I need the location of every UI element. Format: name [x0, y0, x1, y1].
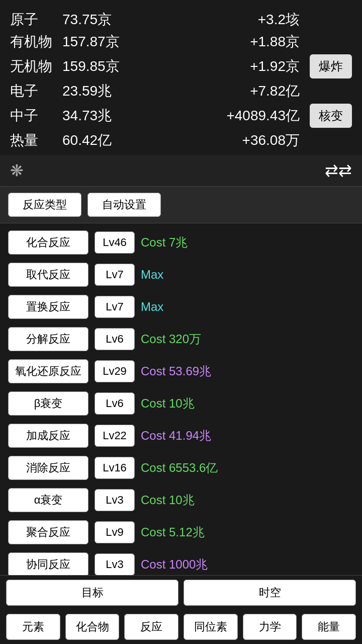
reaction-row: 置换反应Lv7Max — [8, 292, 354, 322]
bottom-nav: 目标 时空 元素 化合物 反应 同位素 力学 能量 — [0, 575, 362, 644]
reaction-name-button[interactable]: 化合反应 — [8, 230, 88, 255]
reaction-row: α衰变Lv3Cost 10兆 — [8, 485, 354, 515]
nuclear-button[interactable]: 核变 — [310, 104, 352, 128]
reaction-cost: Cost 10兆 — [141, 492, 195, 508]
tab-row: 反应类型 自动设置 — [0, 187, 362, 223]
reaction-name-button[interactable]: 分解反应 — [8, 327, 88, 351]
reaction-cost: Cost 41.94兆 — [141, 428, 211, 444]
reaction-name-button[interactable]: 协同反应 — [8, 552, 88, 577]
stats-delta-atom: +3.2垓 — [130, 10, 300, 29]
reaction-level-button[interactable]: Lv6 — [95, 328, 135, 350]
stats-grid: 原子 73.75京 +3.2垓 有机物 157.87京 +1.88京 无机物 1… — [10, 10, 352, 150]
nav-compound[interactable]: 化合物 — [65, 614, 120, 640]
reaction-cost: Cost 7兆 — [141, 234, 188, 251]
nav-target[interactable]: 目标 — [6, 580, 178, 606]
stats-label-atom: 原子 — [10, 10, 52, 29]
reaction-row: 取代反应Lv7Max — [8, 260, 354, 290]
reaction-row: 化合反应Lv46Cost 7兆 — [8, 227, 354, 258]
stats-label-organic: 有机物 — [10, 32, 52, 51]
reaction-cost: Cost 10兆 — [141, 395, 195, 412]
tab-auto-settings[interactable]: 自动设置 — [87, 193, 161, 217]
nav-isotope[interactable]: 同位素 — [184, 614, 238, 640]
reaction-cost: Max — [141, 300, 163, 314]
nav-energy[interactable]: 能量 — [302, 614, 356, 640]
reaction-row: 消除反应Lv16Cost 6553.6亿 — [8, 453, 354, 483]
stats-label-heat: 热量 — [10, 131, 52, 150]
reaction-row: β衰变Lv6Cost 10兆 — [8, 388, 354, 419]
tab-reaction-type[interactable]: 反应类型 — [8, 193, 81, 217]
reaction-name-button[interactable]: β衰变 — [8, 391, 88, 416]
stats-label-inorganic: 无机物 — [10, 57, 52, 76]
reaction-level-button[interactable]: Lv3 — [95, 489, 135, 511]
reaction-cost: Cost 320万 — [141, 331, 201, 347]
reaction-level-button[interactable]: Lv22 — [95, 425, 135, 447]
reaction-cost: Cost 5.12兆 — [141, 524, 205, 540]
stats-label-neutron: 中子 — [10, 106, 52, 125]
reaction-level-button[interactable]: Lv3 — [95, 553, 135, 576]
stats-delta-organic: +1.88京 — [130, 32, 300, 51]
bottom-row-2: 元素 化合物 反应 同位素 力学 能量 — [0, 610, 362, 644]
explode-button[interactable]: 爆炸 — [310, 54, 352, 78]
reaction-level-button[interactable]: Lv29 — [95, 360, 135, 382]
toolbar: ❋ ⇄⇄ — [0, 155, 362, 187]
reaction-cost: Cost 1000兆 — [141, 556, 208, 573]
reaction-name-button[interactable]: 置换反应 — [8, 295, 88, 319]
stats-delta-inorganic: +1.92京 — [130, 57, 300, 76]
reaction-name-button[interactable]: α衰变 — [8, 488, 88, 512]
reaction-row: 氧化还原反应Lv29Cost 53.69兆 — [8, 356, 354, 386]
reaction-name-button[interactable]: 氧化还原反应 — [8, 359, 88, 383]
reaction-row: 聚合反应Lv9Cost 5.12兆 — [8, 517, 354, 547]
reaction-row: 加成反应Lv22Cost 41.94兆 — [8, 421, 354, 451]
reaction-cost: Cost 53.69兆 — [141, 363, 211, 379]
stats-value-atom: 73.75京 — [62, 10, 120, 29]
reaction-name-button[interactable]: 聚合反应 — [8, 520, 88, 544]
reaction-level-button[interactable]: Lv9 — [95, 521, 135, 543]
stats-value-neutron: 34.73兆 — [62, 106, 120, 125]
reaction-cost: Max — [141, 268, 163, 282]
nav-spacetime[interactable]: 时空 — [184, 580, 356, 606]
stats-delta-heat: +36.08万 — [130, 131, 300, 150]
stats-delta-electron: +7.82亿 — [130, 82, 300, 101]
shuffle-icon[interactable]: ⇄⇄ — [325, 161, 352, 180]
nav-mechanics[interactable]: 力学 — [243, 614, 297, 640]
stats-section: 原子 73.75京 +3.2垓 有机物 157.87京 +1.88京 无机物 1… — [0, 0, 362, 155]
stats-label-electron: 电子 — [10, 82, 52, 101]
reaction-cost: Cost 6553.6亿 — [141, 460, 218, 476]
flower-icon: ❋ — [10, 161, 24, 180]
reaction-name-button[interactable]: 消除反应 — [8, 456, 88, 480]
reaction-level-button[interactable]: Lv6 — [95, 392, 135, 415]
reaction-level-button[interactable]: Lv7 — [95, 296, 135, 318]
reaction-row: 分解反应Lv6Cost 320万 — [8, 324, 354, 354]
stats-value-inorganic: 159.85京 — [62, 57, 120, 76]
stats-value-electron: 23.59兆 — [62, 82, 120, 101]
reaction-name-button[interactable]: 加成反应 — [8, 424, 88, 448]
reaction-name-button[interactable]: 取代反应 — [8, 263, 88, 287]
reaction-level-button[interactable]: Lv46 — [95, 231, 135, 254]
reaction-list: 化合反应Lv46Cost 7兆取代反应Lv7Max置换反应Lv7Max分解反应L… — [0, 223, 362, 584]
bottom-row-1: 目标 时空 — [0, 576, 362, 610]
reaction-level-button[interactable]: Lv7 — [95, 264, 135, 286]
stats-delta-neutron: +4089.43亿 — [130, 106, 300, 125]
reaction-level-button[interactable]: Lv16 — [95, 457, 135, 479]
stats-value-organic: 157.87京 — [62, 32, 120, 51]
nav-element[interactable]: 元素 — [6, 614, 60, 640]
nav-reaction[interactable]: 反应 — [124, 614, 178, 640]
stats-value-heat: 60.42亿 — [62, 131, 120, 150]
